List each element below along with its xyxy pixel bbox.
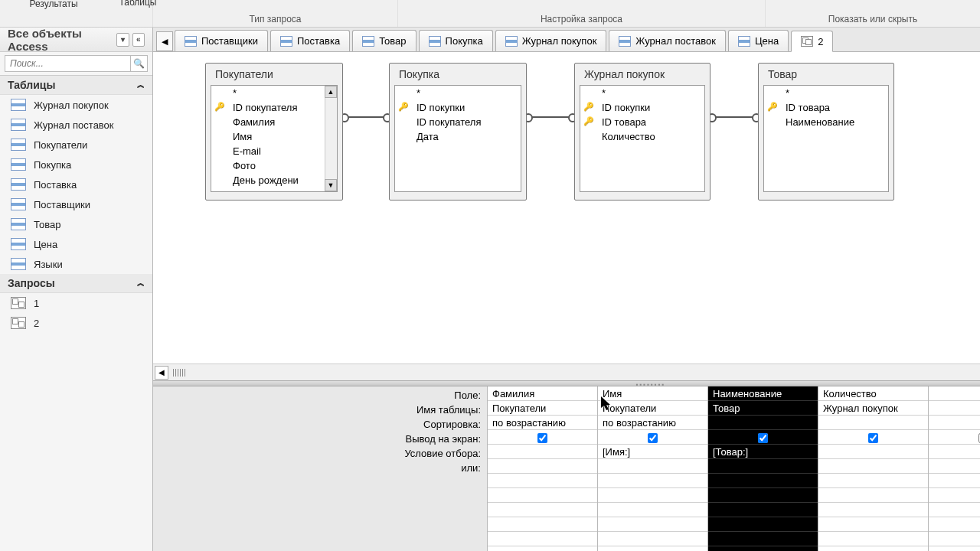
show-checkbox[interactable] bbox=[868, 433, 878, 443]
grid-cell-empty[interactable] bbox=[708, 546, 818, 551]
grid-cell-empty[interactable] bbox=[929, 503, 980, 517]
grid-cell-empty[interactable] bbox=[488, 517, 597, 532]
table-box[interactable]: Журнал покупок *ID покупкиID товараКолич… bbox=[574, 63, 710, 201]
grid-cell-criteria[interactable] bbox=[929, 445, 980, 459]
table-field[interactable]: ID товара bbox=[764, 100, 888, 115]
grid-cell-criteria[interactable] bbox=[818, 445, 928, 459]
grid-cell-empty[interactable] bbox=[488, 503, 597, 517]
grid-cell-empty[interactable] bbox=[598, 503, 707, 517]
nav-table-item[interactable]: Поставка bbox=[0, 174, 152, 194]
grid-cell-criteria[interactable] bbox=[488, 445, 597, 459]
document-tab[interactable]: Поставка bbox=[270, 30, 350, 51]
grid-cell-or[interactable] bbox=[598, 459, 707, 474]
grid-cell-field[interactable]: Количество bbox=[818, 386, 928, 401]
nav-dropdown-icon[interactable]: ▾ bbox=[116, 33, 129, 47]
grid-cell-sort[interactable] bbox=[929, 416, 980, 430]
nav-table-item[interactable]: Журнал покупок bbox=[0, 95, 152, 115]
document-tab[interactable]: Поставщики bbox=[175, 30, 268, 51]
grid-cell-empty[interactable] bbox=[929, 532, 980, 546]
grid-cell-table[interactable]: Покупатели bbox=[488, 401, 597, 416]
grid-cell-or[interactable] bbox=[488, 459, 597, 474]
grid-column[interactable]: Наименование Товар [Товар:] bbox=[707, 386, 818, 551]
nav-table-item[interactable]: Цена bbox=[0, 234, 152, 254]
chevron-up-icon[interactable]: ︽ bbox=[137, 278, 145, 289]
grid-cell-criteria[interactable]: [Имя:] bbox=[598, 445, 707, 459]
table-field[interactable]: * bbox=[211, 86, 337, 100]
grid-column[interactable]: Фамилия Покупатели по возрастанию bbox=[487, 386, 597, 551]
grid-cell-empty[interactable] bbox=[598, 532, 707, 546]
nav-table-item[interactable]: Журнал поставок bbox=[0, 115, 152, 135]
nav-table-item[interactable]: Поставщики bbox=[0, 194, 152, 214]
tab-scroll-left[interactable]: ◀ bbox=[156, 31, 173, 51]
relationship-line[interactable] bbox=[527, 116, 574, 118]
table-field[interactable]: ID товара bbox=[580, 115, 704, 129]
grid-cell-sort[interactable]: по возрастанию bbox=[488, 416, 597, 430]
nav-header[interactable]: Все объекты Access ▾ « bbox=[0, 28, 152, 52]
grid-cell-show[interactable] bbox=[598, 430, 707, 445]
grid-cell-or[interactable] bbox=[929, 459, 980, 474]
nav-table-item[interactable]: Товар bbox=[0, 214, 152, 234]
table-field[interactable]: Фото bbox=[211, 158, 337, 173]
search-input[interactable] bbox=[5, 55, 131, 72]
grid-column[interactable]: Количество Журнал покупок bbox=[818, 386, 928, 551]
grid-cell-table[interactable] bbox=[929, 401, 980, 416]
table-field[interactable]: Количество bbox=[580, 129, 704, 144]
table-field[interactable]: ID покупки bbox=[395, 100, 521, 115]
grid-cell-empty[interactable] bbox=[818, 517, 928, 532]
show-checkbox[interactable] bbox=[648, 433, 658, 443]
grid-cell-field[interactable]: Фамилия bbox=[488, 386, 597, 401]
query-designer[interactable]: Покупатели *ID покупателяФамилияИмяE-mai… bbox=[153, 52, 980, 380]
nav-section-queries[interactable]: Запросы ︽ bbox=[0, 274, 152, 293]
grid-cell-empty[interactable] bbox=[929, 546, 980, 551]
grid-cell-empty[interactable] bbox=[708, 488, 818, 503]
grid-cell-show[interactable] bbox=[488, 430, 597, 445]
document-tab[interactable]: 2 bbox=[791, 31, 833, 52]
document-tab[interactable]: Цена bbox=[728, 30, 789, 51]
grid-cell-empty[interactable] bbox=[708, 474, 818, 488]
grid-cell-empty[interactable] bbox=[488, 532, 597, 546]
nav-collapse-icon[interactable]: « bbox=[132, 33, 145, 47]
show-checkbox[interactable] bbox=[758, 433, 768, 443]
grid-cell-empty[interactable] bbox=[598, 474, 707, 488]
ribbon-button-tables[interactable]: Таблицы bbox=[119, 0, 156, 8]
grid-cell-field[interactable]: Имя bbox=[598, 386, 707, 401]
grid-cell-field[interactable]: Наименование bbox=[708, 386, 818, 401]
pane-splitter[interactable]: ▪▪▪▪▪▪▪▪ bbox=[153, 380, 980, 386]
table-field[interactable]: День рождени bbox=[211, 173, 337, 187]
grid-cell-empty[interactable] bbox=[818, 546, 928, 551]
document-tab[interactable]: Товар bbox=[352, 30, 416, 51]
grid-cell-sort[interactable]: по возрастанию bbox=[598, 416, 707, 430]
scroll-left-icon[interactable]: ◀ bbox=[155, 366, 168, 380]
table-box[interactable]: Покупка *ID покупкиID покупателяДата bbox=[389, 63, 527, 201]
table-field[interactable]: * bbox=[764, 86, 888, 100]
grid-cell-or[interactable] bbox=[818, 459, 928, 474]
grid-cell-empty[interactable] bbox=[598, 517, 707, 532]
document-tab[interactable]: Покупка bbox=[419, 30, 493, 51]
grid-cell-empty[interactable] bbox=[488, 546, 597, 551]
grid-cell-show[interactable] bbox=[818, 430, 928, 445]
relationship-line[interactable] bbox=[343, 116, 389, 118]
table-field[interactable]: * bbox=[395, 86, 521, 100]
table-field[interactable]: ID покупки bbox=[580, 100, 704, 115]
show-checkbox[interactable] bbox=[537, 433, 547, 443]
table-field[interactable]: Имя bbox=[211, 129, 337, 144]
grid-cell-empty[interactable] bbox=[929, 488, 980, 503]
grid-column[interactable]: Имя Покупатели по возрастанию [Имя:] bbox=[597, 386, 707, 551]
table-field[interactable]: ID покупателя bbox=[395, 115, 521, 129]
nav-query-item[interactable]: 2 bbox=[0, 313, 152, 333]
grid-cell-empty[interactable] bbox=[818, 474, 928, 488]
document-tab[interactable]: Журнал поставок bbox=[609, 30, 726, 51]
table-field[interactable]: Наименование bbox=[764, 115, 888, 129]
grid-cell-empty[interactable] bbox=[598, 488, 707, 503]
search-icon[interactable]: 🔍 bbox=[131, 55, 148, 72]
grid-cell-or[interactable] bbox=[708, 459, 818, 474]
relationship-line[interactable] bbox=[710, 116, 758, 118]
nav-table-item[interactable]: Покупка bbox=[0, 155, 152, 174]
grid-cell-field[interactable] bbox=[929, 386, 980, 401]
grid-cell-show[interactable] bbox=[929, 430, 980, 445]
document-tab[interactable]: Журнал покупок bbox=[495, 30, 607, 51]
table-field[interactable]: E-mail bbox=[211, 144, 337, 158]
grid-cell-empty[interactable] bbox=[929, 517, 980, 532]
scroll-grip[interactable] bbox=[173, 369, 187, 377]
grid-cell-criteria[interactable]: [Товар:] bbox=[708, 445, 818, 459]
